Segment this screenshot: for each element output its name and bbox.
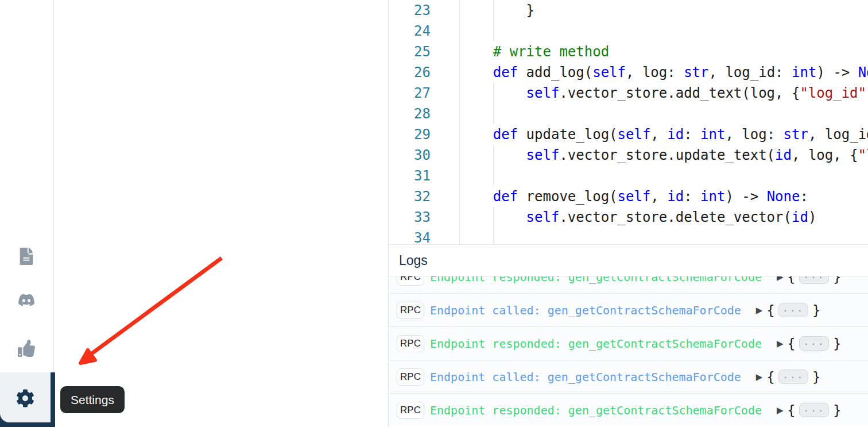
brace-open: {: [788, 403, 796, 418]
line-number: 27: [389, 83, 460, 103]
logs-title: Logs: [399, 253, 428, 268]
expand-arrow-icon[interactable]: ▶: [777, 339, 784, 348]
brace-open: {: [766, 370, 774, 384]
expand-arrow-icon[interactable]: ▶: [777, 406, 784, 414]
expand-arrow-icon[interactable]: ▶: [777, 276, 784, 281]
indent-guide: [493, 145, 494, 166]
ellipsis-button[interactable]: ...: [799, 403, 829, 417]
brace-close: }: [812, 303, 820, 318]
content-panel-empty: [54, 0, 388, 427]
log-message: Endpoint responded: gen_getContractSchem…: [430, 337, 762, 351]
logs-panel-header: Logs: [389, 244, 868, 276]
code-text: }: [460, 0, 868, 21]
code-line: 31: [389, 166, 868, 186]
line-number: 33: [389, 207, 460, 228]
discord-icon: [18, 291, 35, 310]
line-number: 29: [389, 124, 460, 145]
log-row[interactable]: RPCEndpoint called: gen_getContractSchem…: [389, 360, 868, 394]
expand-arrow-icon[interactable]: ▶: [756, 372, 763, 381]
log-row[interactable]: RPCEndpoint responded: gen_getContractSc…: [389, 276, 868, 294]
indent-guide: [493, 228, 494, 244]
ellipsis-button[interactable]: ...: [778, 370, 808, 384]
discord-button[interactable]: [13, 287, 40, 314]
line-number: 31: [389, 166, 460, 186]
line-number: 26: [389, 62, 460, 83]
brace-close: }: [833, 403, 841, 418]
indent-guide: [493, 103, 494, 124]
indent-guide: [493, 207, 494, 228]
rpc-badge: RPC: [397, 276, 424, 286]
code-text: self.vector_store.delete_vector(id): [460, 207, 868, 228]
rpc-badge: RPC: [397, 302, 424, 319]
feedback-button[interactable]: [13, 335, 40, 363]
code-line: 23 }: [389, 0, 868, 21]
gear-icon: [16, 389, 34, 409]
settings-tooltip: Settings: [60, 386, 125, 413]
code-line: 32 def remove_log(self, id: int) -> None…: [389, 186, 868, 207]
sidebar: [0, 0, 54, 427]
line-number: 24: [389, 21, 460, 41]
log-message: Endpoint responded: gen_getContractSchem…: [430, 276, 762, 284]
code-line: 24: [389, 21, 868, 41]
code-line: 26 def add_log(self, log: str, log_id: i…: [389, 62, 868, 83]
log-message: Endpoint responded: gen_getContractSchem…: [430, 403, 762, 417]
log-row[interactable]: RPCEndpoint responded: gen_getContractSc…: [389, 394, 868, 426]
code-line: 29 def update_log(self, id: int, log: st…: [389, 124, 868, 145]
code-text: self.vector_store.update_text(id, log, {…: [460, 145, 868, 166]
rpc-badge: RPC: [397, 402, 424, 419]
ellipsis-button[interactable]: ...: [799, 276, 829, 284]
log-row[interactable]: RPCEndpoint called: gen_getContractSchem…: [389, 294, 868, 327]
brace-open: {: [788, 336, 796, 351]
line-number: 23: [389, 0, 460, 21]
code-text: def update_log(self, id: int, log: str, …: [460, 124, 868, 145]
indent-guide: [493, 166, 494, 186]
log-message: Endpoint called: gen_getContractSchemaFo…: [430, 303, 741, 317]
code-text: def add_log(self, log: str, log_id: int)…: [460, 62, 868, 83]
line-number: 28: [389, 103, 460, 124]
brace-close: }: [833, 276, 841, 284]
rpc-badge: RPC: [397, 368, 424, 386]
code-editor: 23 }2425 # write method26 def add_log(se…: [389, 0, 868, 244]
indent-guide: [493, 83, 494, 103]
document-icon: [18, 248, 35, 267]
line-number: 34: [389, 228, 460, 244]
indent-guide: [493, 21, 494, 41]
brace-open: {: [766, 303, 774, 318]
brace-close: }: [812, 370, 820, 384]
docs-button[interactable]: [13, 243, 40, 271]
rpc-badge: RPC: [397, 335, 424, 352]
line-number: 30: [389, 145, 460, 166]
indent-guide: [493, 0, 494, 21]
code-line: 33 self.vector_store.delete_vector(id): [389, 207, 868, 228]
line-number: 32: [389, 186, 460, 207]
log-message: Endpoint called: gen_getContractSchemaFo…: [430, 370, 741, 384]
sidebar-item-settings-active: [0, 372, 55, 427]
settings-button[interactable]: [11, 385, 39, 413]
code-line: 25 # write method: [389, 41, 868, 62]
logs-list: RPCEndpoint responded: gen_getContractSc…: [389, 276, 868, 426]
code-text: def remove_log(self, id: int) -> None:: [460, 186, 868, 207]
log-row[interactable]: RPCEndpoint responded: gen_getContractSc…: [389, 327, 868, 360]
code-text: self.vector_store.add_text(log, {"log_id…: [460, 83, 868, 103]
code-line: 28: [389, 103, 868, 124]
code-line: 34: [389, 228, 868, 244]
ellipsis-button[interactable]: ...: [778, 303, 808, 317]
code-and-logs-panel: 23 }2425 # write method26 def add_log(se…: [388, 0, 868, 427]
brace-open: {: [788, 276, 796, 284]
ellipsis-button[interactable]: ...: [799, 336, 829, 351]
code-text: # write method: [460, 41, 868, 62]
thumbs-up-icon: [18, 340, 35, 359]
code-line: 30 self.vector_store.update_text(id, log…: [389, 145, 868, 166]
code-line: 27 self.vector_store.add_text(log, {"log…: [389, 83, 868, 103]
line-number: 25: [389, 41, 460, 62]
brace-close: }: [833, 336, 841, 351]
expand-arrow-icon[interactable]: ▶: [756, 306, 763, 314]
